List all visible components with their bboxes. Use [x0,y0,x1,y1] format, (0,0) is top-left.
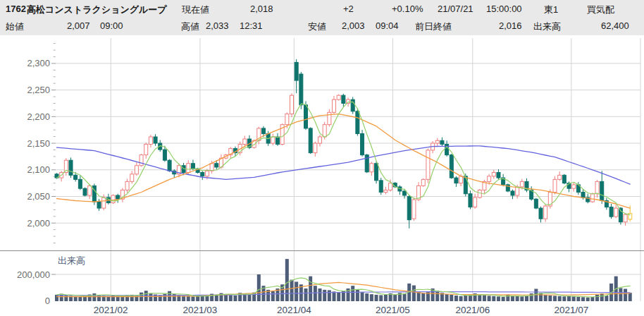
high-value: 2,033 [206,20,229,31]
svg-text:200,000: 200,000 [17,269,50,280]
quote-status: 買気配 [587,4,614,16]
current-price-value: 2,018 [250,4,273,14]
svg-text:2021/03: 2021/03 [183,305,218,315]
quote-header: 1762 高松コンストラクショングループ 現在値 2,018 +2 +0.10%… [0,0,644,35]
x-axis-labels: 2021/022021/032021/042021/052021/062021/… [94,305,588,315]
svg-text:2,100: 2,100 [27,164,50,175]
candles [55,59,632,229]
chart-area[interactable]: 2,3002,2502,2002,1502,1002,0502,000出来高20… [0,35,644,316]
volume-label: 出来高 [533,20,561,33]
svg-text:2021/05: 2021/05 [376,305,410,315]
prev-close-value: 2,016 [499,20,522,31]
open-time: 09:00 [100,20,123,31]
candlestick-volume-chart[interactable]: 2,3002,2502,2002,1502,1002,0502,000出来高20… [0,35,644,316]
market-name: 東1 [544,4,558,16]
low-label: 安値 [308,20,326,33]
quote-date: 21/07/21 [438,4,473,14]
high-time: 12:31 [240,20,263,31]
svg-text:2,250: 2,250 [27,85,50,95]
svg-text:2,200: 2,200 [27,111,50,122]
low-time: 09:04 [376,20,399,31]
svg-text:2,150: 2,150 [27,138,50,149]
svg-text:2,050: 2,050 [27,191,50,202]
open-label: 始値 [6,20,24,33]
svg-text:0: 0 [45,296,50,306]
stock-code: 1762 [6,4,26,14]
high-label: 高値 [181,20,199,33]
svg-text:2,300: 2,300 [27,58,50,68]
svg-text:出来高: 出来高 [58,255,85,266]
svg-text:2021/02: 2021/02 [94,305,128,315]
price-axis: 2,3002,2502,2002,1502,1002,0502,000 [27,44,56,243]
stock-name: 高松コンストラクショングループ [27,4,167,16]
prev-close-label: 前日終値 [415,20,452,33]
price-change-percent: +0.10% [392,4,423,14]
quote-time: 15:00:00 [486,4,522,14]
volume-value: 62,400 [601,20,629,31]
open-value: 2,007 [67,20,90,31]
low-value: 2,003 [342,20,365,31]
svg-text:2021/06: 2021/06 [455,305,490,315]
svg-text:2,000: 2,000 [27,218,50,229]
svg-text:2021/04: 2021/04 [277,305,311,315]
svg-text:2021/07: 2021/07 [554,305,588,315]
stock-quote-app: 1762 高松コンストラクショングループ 現在値 2,018 +2 +0.10%… [0,0,644,316]
current-price-label: 現在値 [182,4,209,16]
price-change: +2 [343,4,354,14]
